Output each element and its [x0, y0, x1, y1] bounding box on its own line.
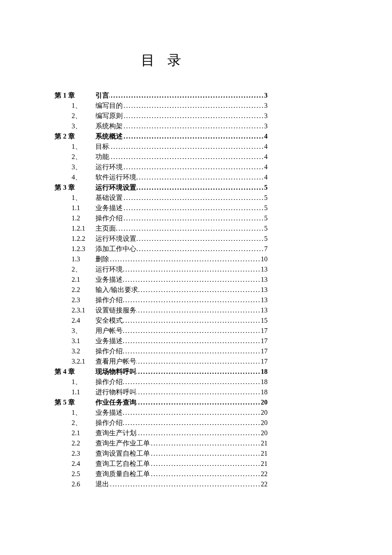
toc-entry-label: 1.3: [55, 254, 95, 264]
toc-entry-text: 退出: [95, 479, 109, 489]
toc-entry: 3、用户帐号17: [55, 326, 268, 336]
toc-entry-text: 引言: [95, 90, 109, 101]
toc-entry-page: 7: [264, 244, 268, 254]
toc-entry-text: 操作介绍: [95, 295, 123, 305]
toc-entry-page: 18: [261, 387, 268, 397]
toc-entry-label: 1、: [55, 377, 95, 387]
toc-entry-leader: [150, 469, 261, 479]
toc-entry-leader: [123, 101, 264, 111]
toc-entry-page: 4: [264, 152, 268, 162]
toc-entry-page: 5: [264, 193, 268, 203]
toc-entry-page: 17: [261, 356, 268, 367]
toc-entry-label: 1.2.2: [55, 234, 95, 244]
toc-entry-text: 目标: [95, 142, 109, 152]
toc-entry-label: 3.2: [55, 346, 95, 356]
toc-entry-page: 20: [261, 408, 268, 418]
toc-entry-text: 作业任务查询: [95, 397, 136, 408]
toc-entry-leader: [136, 367, 261, 377]
toc-entry: 第 2 章系统概述4: [55, 131, 268, 142]
toc-entry-leader: [150, 459, 261, 469]
toc-entry-page: 4: [264, 172, 268, 182]
toc-entry-text: 运行环境: [95, 162, 123, 172]
toc-entry-text: 安全模式: [95, 315, 123, 326]
toc-entry-label: 2、: [55, 418, 95, 428]
page-container: 目录 第 1 章引言31、编写目的32、编写原则33、系统构架3第 2 章系统概…: [0, 51, 392, 489]
toc-entry: 2.2输入/输出要求13: [55, 285, 268, 295]
toc-entry-page: 18: [261, 377, 268, 387]
toc-entry-label: 2.5: [55, 469, 95, 479]
toc-entry-leader: [123, 315, 261, 326]
toc-entry: 1.2.2运行环境设置5: [55, 234, 268, 244]
toc-entry-label: 4、: [55, 172, 95, 182]
toc-entry-text: 删除: [95, 254, 109, 264]
toc-entry-text: 查询生产计划: [95, 428, 136, 438]
toc-entry-page: 3: [264, 111, 268, 121]
toc-entry-label: 2.6: [55, 479, 95, 489]
toc-entry: 1.1进行物料呼叫18: [55, 387, 268, 397]
toc-entry-leader: [150, 438, 261, 448]
toc-entry-leader: [136, 387, 261, 397]
toc-entry-label: 2、: [55, 152, 95, 162]
toc-entry-page: 17: [261, 336, 268, 346]
toc-entry: 2、操作介绍20: [55, 418, 268, 428]
toc-entry-page: 10: [261, 254, 268, 264]
table-of-contents: 第 1 章引言31、编写目的32、编写原则33、系统构架3第 2 章系统概述41…: [55, 90, 268, 489]
toc-entry-page: 5: [264, 182, 268, 193]
toc-entry-text: 业务描述: [95, 408, 123, 418]
toc-entry: 1、操作介绍18: [55, 377, 268, 387]
toc-entry-label: 1.2.3: [55, 244, 95, 254]
toc-entry: 1、业务描述20: [55, 408, 268, 418]
toc-entry-leader: [116, 223, 264, 234]
toc-entry-text: 查询工艺自检工单: [95, 459, 150, 469]
toc-entry: 1、编写目的3: [55, 101, 268, 111]
toc-entry-text: 现场物料呼叫: [95, 367, 136, 377]
toc-entry-page: 22: [261, 479, 268, 489]
toc-entry: 3、系统构架3: [55, 121, 268, 131]
toc-entry-text: 操作介绍: [95, 377, 123, 387]
toc-entry-page: 21: [261, 459, 268, 469]
toc-entry-text: 添加工作中心: [95, 244, 136, 254]
toc-entry: 3、运行环境4: [55, 162, 268, 172]
toc-entry-label: 2、: [55, 264, 95, 275]
toc-entry-page: 3: [264, 101, 268, 111]
toc-entry-leader: [109, 479, 261, 489]
toc-entry-page: 4: [264, 162, 268, 172]
toc-entry-leader: [123, 193, 264, 203]
toc-entry-leader: [150, 448, 261, 459]
toc-entry-leader: [123, 203, 264, 213]
toc-entry: 2.3操作介绍13: [55, 295, 268, 305]
toc-entry-leader: [136, 244, 264, 254]
toc-entry: 2.1业务描述13: [55, 275, 268, 285]
toc-entry-page: 13: [261, 305, 268, 315]
toc-entry: 2.3查询设置自检工单21: [55, 448, 268, 459]
toc-entry-text: 查询质量自检工单: [95, 469, 150, 479]
toc-entry-label: 3.2.1: [55, 356, 95, 367]
toc-entry-label: 3.1: [55, 336, 95, 346]
toc-entry: 2.4安全模式15: [55, 315, 268, 326]
toc-entry-label: 1.2: [55, 213, 95, 223]
toc-entry-leader: [123, 162, 264, 172]
toc-entry-text: 查询生产作业工单: [95, 438, 150, 448]
toc-entry-page: 5: [264, 203, 268, 213]
toc-entry-text: 操作介绍: [95, 418, 123, 428]
toc-entry-leader: [136, 172, 264, 182]
toc-entry-page: 13: [261, 264, 268, 275]
toc-entry-leader: [123, 326, 261, 336]
toc-entry-page: 3: [264, 90, 268, 101]
toc-entry-text: 业务描述: [95, 203, 123, 213]
toc-entry-leader: [109, 254, 261, 264]
toc-entry-page: 20: [261, 397, 268, 408]
toc-entry-label: 3、: [55, 326, 95, 336]
toc-entry-text: 运行环境设置: [95, 182, 136, 193]
toc-entry-leader: [123, 275, 261, 285]
toc-entry: 2.2查询生产作业工单21: [55, 438, 268, 448]
toc-entry-leader: [123, 408, 261, 418]
toc-entry-text: 基础设置: [95, 193, 123, 203]
toc-entry-text: 业务描述: [95, 336, 123, 346]
toc-entry: 第 3 章运行环境设置5: [55, 182, 268, 193]
toc-entry: 1、基础设置5: [55, 193, 268, 203]
toc-entry-label: 1、: [55, 193, 95, 203]
toc-entry-leader: [123, 264, 261, 275]
toc-entry: 第 5 章作业任务查询20: [55, 397, 268, 408]
toc-entry: 1.2操作介绍5: [55, 213, 268, 223]
